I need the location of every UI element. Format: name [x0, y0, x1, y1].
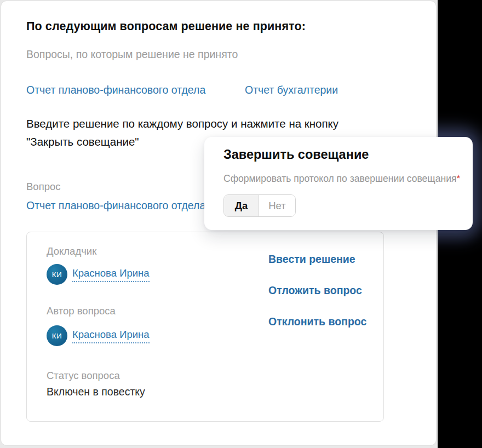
speaker-avatar: КИ — [47, 264, 67, 285]
postpone-question-button[interactable]: Отложить вопрос — [268, 284, 362, 297]
current-question-link[interactable]: Отчет планово-финансового отдела — [26, 199, 205, 212]
enter-decision-button[interactable]: Ввести решение — [268, 253, 355, 266]
author-avatar: КИ — [47, 325, 67, 346]
protocol-toggle: Да Нет — [223, 194, 296, 217]
toggle-option-no[interactable]: Нет — [259, 195, 295, 216]
instruction-text-line2: "Закрыть совещание" — [26, 135, 139, 148]
pending-question-link-accounting[interactable]: Отчет бухгалтерии — [245, 84, 338, 96]
pending-questions-caption: Вопросы, по которым решение не принято — [26, 48, 238, 61]
question-details-card: Докладчик КИ Краснова Ирина Автор вопрос… — [26, 232, 384, 422]
screen: По следующим вопросам решение не принято… — [0, 0, 482, 448]
question-field-label: Вопрос — [26, 181, 60, 193]
required-asterisk: * — [456, 173, 460, 184]
modal-title: Завершить совещание — [223, 147, 369, 162]
panel-heading: По следующим вопросам решение не принято… — [26, 20, 306, 33]
author-name-link[interactable]: Краснова Ирина — [72, 329, 150, 343]
author-label: Автор вопроса — [47, 305, 116, 317]
protocol-field-label: Сформировать протокол по завершении сове… — [223, 173, 460, 185]
speaker-person: КИ Краснова Ирина — [47, 264, 150, 285]
speaker-label: Докладчик — [47, 245, 96, 257]
instruction-text-line1: Введите решение по каждому вопросу и наж… — [26, 117, 338, 130]
status-value: Включен в повестку — [47, 386, 145, 398]
pending-question-link-finance[interactable]: Отчет планово-финансового отдела — [26, 84, 205, 96]
author-person: КИ Краснова Ирина — [47, 325, 150, 346]
speaker-name-link[interactable]: Краснова Ирина — [72, 267, 150, 282]
toggle-option-yes[interactable]: Да — [224, 195, 259, 216]
reject-question-button[interactable]: Отклонить вопрос — [268, 315, 366, 328]
protocol-field-label-text: Сформировать протокол по завершении сове… — [223, 173, 456, 184]
finish-meeting-modal: Завершить совещание Сформировать протоко… — [204, 137, 473, 230]
status-label: Статус вопроса — [47, 370, 120, 382]
